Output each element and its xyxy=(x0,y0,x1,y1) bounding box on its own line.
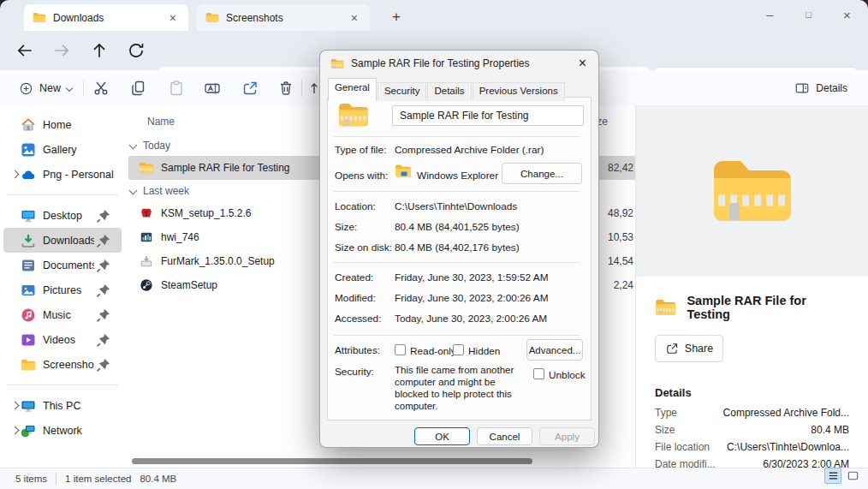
ok-button[interactable]: OK xyxy=(414,427,470,445)
downloads-icon xyxy=(21,233,36,248)
copy-button[interactable] xyxy=(127,76,151,100)
chevron-right-icon[interactable] xyxy=(10,170,19,179)
selection-size: 80.4 MB xyxy=(140,474,176,484)
dialog-tab-general[interactable]: General xyxy=(328,78,377,101)
explorer-folder-icon xyxy=(395,164,412,178)
back-icon[interactable] xyxy=(15,41,34,60)
sidebar-item-documents[interactable]: Documents xyxy=(3,253,122,277)
cancel-button[interactable]: Cancel xyxy=(477,427,532,445)
cut-button[interactable] xyxy=(89,76,113,100)
scrollbar-thumb[interactable] xyxy=(132,458,532,464)
sidebar-item-this-pc[interactable]: This PC xyxy=(3,393,122,418)
file-size: 48,92 xyxy=(608,207,633,219)
new-button[interactable]: New xyxy=(12,76,79,100)
file-size: 2,24 xyxy=(614,279,633,291)
sidebar-item-videos[interactable]: Videos xyxy=(3,327,122,352)
sidebar-item-label: Screenshots xyxy=(43,359,94,371)
dialog-title: Sample RAR File for Testing Properties xyxy=(351,57,530,69)
share-button[interactable]: Share xyxy=(655,335,723,362)
share-button-toolbar[interactable] xyxy=(238,76,262,100)
opens-with-label: Opens with: xyxy=(335,170,388,182)
chevron-down-icon xyxy=(66,85,73,92)
group-label: Last week xyxy=(143,185,189,197)
minimize-button[interactable]: – xyxy=(751,0,789,29)
thumbnail-view-button[interactable] xyxy=(844,468,861,484)
sidebar-item-downloads[interactable]: Downloads xyxy=(3,228,122,253)
gallery-icon xyxy=(21,142,36,158)
type-of-file-label: Type of file: xyxy=(335,144,386,156)
details-heading: Details xyxy=(636,362,868,404)
file-size: 10,53 xyxy=(608,231,633,243)
sidebar-item-network[interactable]: Network xyxy=(3,418,122,443)
ksm-icon xyxy=(139,206,154,220)
chevron-down-icon[interactable] xyxy=(129,141,138,150)
sidebar-item-pictures[interactable]: Pictures xyxy=(3,277,122,302)
chevron-right-icon[interactable] xyxy=(10,426,19,435)
browser-tab-downloads[interactable]: Downloads× xyxy=(24,4,188,31)
sidebar-item-png-personal[interactable]: Png - Personal xyxy=(3,162,122,187)
new-tab-button[interactable]: + xyxy=(385,7,407,27)
sidebar-item-label: Music xyxy=(43,309,94,321)
share-icon xyxy=(241,80,259,97)
sidebar-item-home[interactable]: Home xyxy=(3,112,122,137)
change-button[interactable]: Change... xyxy=(502,163,582,184)
items-count: 5 items xyxy=(15,474,47,484)
sidebar-item-screenshots[interactable]: Screenshots xyxy=(3,352,122,377)
chevron-down-icon[interactable] xyxy=(129,187,138,195)
advanced-button[interactable]: Advanced... xyxy=(526,339,583,361)
list-view-button[interactable] xyxy=(824,468,841,484)
attributes-label: Attributes: xyxy=(335,344,380,356)
pictures-icon xyxy=(21,283,36,298)
sidebar-item-label: This PC xyxy=(43,400,118,412)
chevron-slot xyxy=(9,427,21,433)
dialog-title-bar[interactable]: Sample RAR File for Testing Properties × xyxy=(320,51,598,76)
maximize-button[interactable]: □ xyxy=(789,0,828,29)
size-on-disk-label: Size on disk: xyxy=(335,242,392,253)
up-icon[interactable] xyxy=(90,41,109,60)
details-row-value: 80.4 MB xyxy=(734,424,849,436)
modified-value: Friday, June 30, 2023, 2:00:26 AM xyxy=(395,292,548,304)
refresh-icon[interactable] xyxy=(127,41,146,60)
file-name-input[interactable] xyxy=(392,105,584,126)
hidden-checkbox[interactable] xyxy=(453,344,464,355)
apply-button: Apply xyxy=(539,427,595,445)
sidebar-item-label: Downloads xyxy=(43,235,94,247)
chevron-right-icon[interactable] xyxy=(10,402,19,410)
opens-with-value: Windows Explorer xyxy=(417,170,498,182)
pin-icon xyxy=(96,283,111,298)
tab-label: Downloads xyxy=(53,12,104,24)
dialog-close-icon[interactable]: × xyxy=(577,56,588,71)
delete-button[interactable] xyxy=(274,76,298,100)
dialog-tab-previous-versions[interactable]: Previous Versions xyxy=(473,82,565,101)
hidden-label: Hidden xyxy=(468,345,500,357)
sidebar-item-desktop[interactable]: Desktop xyxy=(3,203,122,228)
share-icon xyxy=(665,342,679,355)
readonly-label: Read-only xyxy=(410,345,456,357)
dialog-divider xyxy=(334,136,580,137)
tab-close-icon[interactable]: × xyxy=(166,11,180,25)
readonly-checkbox[interactable] xyxy=(395,344,406,355)
sidebar-item-label: Gallery xyxy=(43,144,118,156)
details-view-button[interactable]: Details xyxy=(788,76,854,100)
unblock-checkbox[interactable] xyxy=(533,368,544,379)
rename-button[interactable] xyxy=(200,76,224,100)
sidebar-item-gallery[interactable]: Gallery xyxy=(3,137,122,162)
column-header-name[interactable]: Name xyxy=(147,116,175,128)
file-size: 82,42 xyxy=(608,162,633,174)
tab-close-icon[interactable]: × xyxy=(348,11,361,25)
pin-icon xyxy=(96,307,111,323)
dialog-tab-security[interactable]: Security xyxy=(378,82,427,101)
browser-tab-screenshots[interactable]: Screenshots× xyxy=(197,4,370,31)
tab-label: Screenshots xyxy=(226,12,283,24)
close-button[interactable]: × xyxy=(828,0,866,29)
rar-folder-icon xyxy=(710,157,795,225)
scissors-icon xyxy=(92,80,110,97)
sidebar-item-music[interactable]: Music xyxy=(3,302,122,327)
security-text: This file came from another computer and… xyxy=(395,364,532,412)
size-value: 80.4 MB (84,401,525 bytes) xyxy=(395,221,520,233)
thispc-icon xyxy=(21,398,36,414)
dialog-divider xyxy=(334,262,580,263)
dialog-tab-details[interactable]: Details xyxy=(427,82,471,101)
pin-icon xyxy=(96,233,111,248)
horizontal-scrollbar[interactable] xyxy=(128,457,633,465)
